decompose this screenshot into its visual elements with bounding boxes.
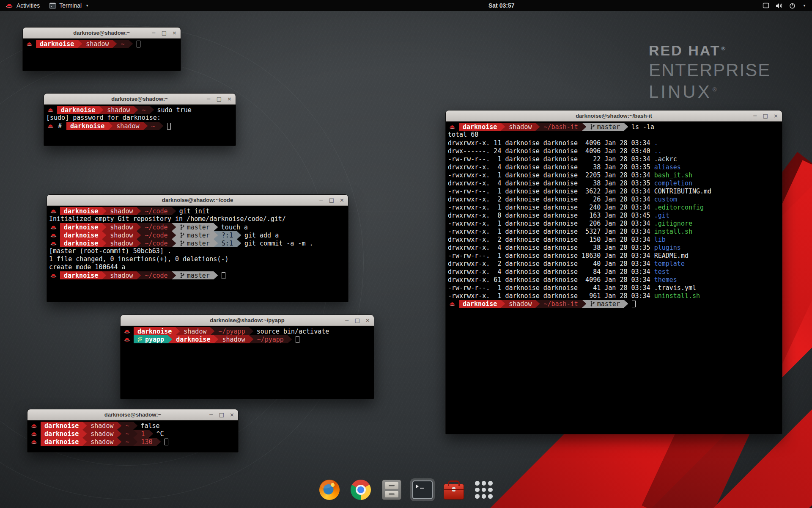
ls-filename: .editorconfig xyxy=(654,204,704,211)
close-button[interactable]: × xyxy=(774,113,778,119)
prompt-segment-host: shadow xyxy=(106,223,137,231)
terminal-content[interactable]: darknoiseshadow~/codegit initInitialized… xyxy=(47,206,348,302)
maximize-button[interactable]: □ xyxy=(217,96,222,102)
close-button[interactable]: × xyxy=(340,197,344,203)
minimize-button[interactable]: − xyxy=(209,412,214,417)
dock-terminal[interactable] xyxy=(410,478,435,501)
window-title: darknoise@shadow:~/pyapp xyxy=(210,317,284,323)
file-list-row: drwxrwxr-x. 8 darknoise darknoise 163 Ja… xyxy=(448,211,780,219)
prompt-line: darknoiseshadow~false xyxy=(30,422,236,430)
window-titlebar[interactable]: darknoise@shadow:~/bash-it − □ × xyxy=(446,110,782,121)
prompt-segment-path: ~ xyxy=(148,122,159,130)
close-button[interactable]: × xyxy=(172,30,177,36)
prompt-line: darknoiseshadow~/bash-itmasterls -la xyxy=(448,123,780,131)
file-list-row: -rwxrwxr-x. 1 darknoise darknoise 2205 J… xyxy=(448,171,780,179)
powerline-arrow xyxy=(535,300,540,308)
window-titlebar[interactable]: darknoise@shadow:~ − □ × xyxy=(27,409,238,420)
terminal-output-line: [master (root-commit) 50bcb63] . xyxy=(49,247,346,255)
prompt-segment-path: ~ xyxy=(121,430,133,438)
terminal-window-bash-it[interactable]: darknoise@shadow:~/bash-it − □ × darknoi… xyxy=(445,110,782,434)
terminal-window-code[interactable]: darknoise@shadow:~/code − □ × darknoises… xyxy=(47,194,348,302)
powerline-arrow xyxy=(237,239,241,247)
terminal-window-home-1[interactable]: darknoise@shadow:~ − □ × darknoiseshadow… xyxy=(22,27,181,71)
dock-chrome[interactable] xyxy=(348,478,373,502)
prompt-segment-host: shadow xyxy=(218,335,249,343)
minimize-button[interactable]: − xyxy=(319,197,324,203)
activities-button[interactable]: Activities xyxy=(0,0,45,11)
ls-meta: -rw-rw-r--. 1 darknoise darknoise 41 Jan… xyxy=(448,284,654,292)
powerline-arrow xyxy=(99,106,103,114)
powerline-arrow xyxy=(176,327,180,335)
powerline-arrow xyxy=(102,271,106,279)
system-status-area[interactable]: ▼ xyxy=(763,0,812,11)
minimize-button[interactable]: − xyxy=(345,318,349,323)
close-button[interactable]: × xyxy=(227,96,232,102)
powerline-arrow xyxy=(82,430,87,438)
powerline-arrow xyxy=(149,430,153,438)
git-branch-icon xyxy=(590,301,595,307)
prompt-line: darknoiseshadow~/bash-itmaster xyxy=(448,300,780,308)
python-icon xyxy=(137,337,143,342)
prompt-segment-host: shadow xyxy=(87,438,117,446)
command-text: ^C xyxy=(156,430,164,438)
powerline-arrow xyxy=(112,40,117,48)
powerline-arrow xyxy=(249,335,253,343)
window-titlebar[interactable]: darknoise@shadow:~/pyapp − □ × xyxy=(121,315,374,326)
prompt-segment-user: darknoise xyxy=(459,300,501,308)
dock-files[interactable] xyxy=(380,478,403,502)
window-titlebar[interactable]: darknoise@shadow:~ − □ × xyxy=(44,94,236,105)
prompt-segment-path: ~/code xyxy=(141,239,171,247)
terminal-content[interactable]: darknoiseshadow~sudo true[sudo] password… xyxy=(44,105,236,146)
maximize-button[interactable]: □ xyxy=(329,197,334,203)
prompt-segment-host: shadow xyxy=(180,327,210,335)
cursor xyxy=(165,439,168,445)
terminal-content[interactable]: darknoiseshadow~falsedarknoiseshadow~1^C… xyxy=(27,420,238,452)
ls-meta: drwxrwxr-x. 4 darknoise darknoise 38 Jan… xyxy=(448,179,654,187)
maximize-button[interactable]: □ xyxy=(355,318,360,323)
command-text: touch a xyxy=(221,224,248,231)
ls-filename: lib xyxy=(654,236,666,243)
toolbox-icon xyxy=(444,484,464,500)
terminal-content[interactable]: darknoiseshadow~/bash-itmasterls -latota… xyxy=(446,121,782,434)
prompt-segment-user: darknoise xyxy=(36,40,78,48)
powerline-arrow xyxy=(137,271,141,279)
close-button[interactable]: × xyxy=(230,412,234,417)
terminal-window-pyapp[interactable]: darknoise@shadow:~/pyapp − □ × darknoise… xyxy=(120,315,374,399)
redhat-prompt-icon xyxy=(50,224,57,230)
dock-app-grid[interactable] xyxy=(473,479,495,501)
minimize-button[interactable]: − xyxy=(151,30,156,36)
maximize-button[interactable]: □ xyxy=(763,113,768,119)
powerline-arrow xyxy=(108,122,112,130)
prompt-segment-path: ~/bash-it xyxy=(540,300,582,308)
powerline-arrow xyxy=(133,438,137,446)
minimize-button[interactable]: − xyxy=(206,96,211,102)
dock-firefox[interactable] xyxy=(317,478,342,502)
terminal-content[interactable]: darknoiseshadow~ xyxy=(23,39,181,71)
terminal-window-sudo[interactable]: darknoise@shadow:~ − □ × darknoiseshadow… xyxy=(44,93,236,146)
maximize-button[interactable]: □ xyxy=(162,30,167,36)
prompt-segment-path: ~ xyxy=(138,106,149,114)
powerline-arrow xyxy=(172,231,176,239)
ls-filename: uninstall.sh xyxy=(654,292,700,300)
ls-meta: drwxrwxr-x. 2 darknoise darknoise 26 Jan… xyxy=(448,196,654,203)
command-text: git add a xyxy=(244,232,279,239)
close-button[interactable]: × xyxy=(365,318,370,323)
powerline-arrow xyxy=(159,122,163,130)
prompt-line: darknoiseshadow~1^C xyxy=(30,430,236,438)
brand-redhat-text: RED HAT xyxy=(649,42,721,58)
window-titlebar[interactable]: darknoise@shadow:~/code − □ × xyxy=(47,195,348,206)
brand-enterprise: ENTERPRISE xyxy=(649,61,771,80)
prompt-segment-host: shadow xyxy=(505,123,535,131)
app-menu[interactable]: Terminal ▼ xyxy=(45,0,93,11)
window-titlebar[interactable]: darknoise@shadow:~ − □ × xyxy=(23,28,181,39)
prompt-segment-stat: 1 xyxy=(137,430,149,438)
prompt-segment-user: darknoise xyxy=(60,207,102,215)
clock[interactable]: Sat 03:57 xyxy=(488,0,514,11)
terminal-content[interactable]: darknoiseshadow~/pyappsource bin/activat… xyxy=(121,326,374,399)
minimize-button[interactable]: − xyxy=(753,113,757,119)
dock-toolbox[interactable] xyxy=(442,478,466,502)
terminal-window-home-2[interactable]: darknoise@shadow:~ − □ × darknoiseshadow… xyxy=(27,409,239,453)
maximize-button[interactable]: □ xyxy=(219,412,224,417)
ls-meta: drwxrwxr-x. 4 darknoise darknoise 38 Jan… xyxy=(448,244,654,251)
ls-filename: .. xyxy=(654,147,662,155)
